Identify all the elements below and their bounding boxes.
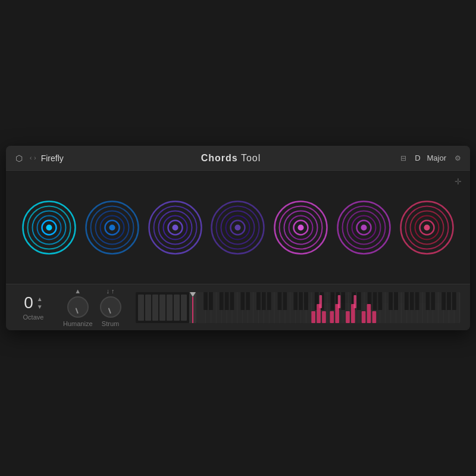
svg-rect-111 <box>341 292 345 310</box>
svg-rect-121 <box>415 292 419 310</box>
octave-label: Octave <box>23 314 44 321</box>
main-area: ✛ <box>6 171 470 284</box>
svg-point-23 <box>235 224 241 230</box>
svg-rect-127 <box>311 311 315 323</box>
humanize-up-arrow: ▲ <box>74 287 81 295</box>
humanize-label: Humanize <box>63 320 93 327</box>
circles-container <box>18 177 458 278</box>
mini-block-6 <box>174 295 180 321</box>
nav-arrows: ‹ › <box>30 155 36 161</box>
humanize-knob[interactable] <box>67 296 89 318</box>
svg-rect-122 <box>425 292 430 310</box>
roll-dark-section <box>136 292 189 323</box>
svg-rect-113 <box>357 292 361 310</box>
svg-rect-104 <box>293 292 298 310</box>
svg-rect-93 <box>209 292 213 310</box>
svg-rect-136 <box>372 311 376 323</box>
svg-rect-137 <box>319 295 321 308</box>
playhead <box>189 292 196 323</box>
svg-rect-124 <box>441 292 446 310</box>
layout-icon[interactable]: ⊟ <box>398 153 409 164</box>
svg-rect-42 <box>196 292 461 323</box>
svg-rect-118 <box>394 292 398 310</box>
piano-keys-section <box>196 292 461 323</box>
plugin-window: ⬡ ‹ › Firefly Chords Tool ⊟ D Major ⚙ <box>6 146 470 330</box>
svg-rect-92 <box>203 292 208 310</box>
header-left: ⬡ ‹ › Firefly <box>13 152 64 164</box>
header-center: Chords Tool <box>64 153 398 164</box>
svg-rect-119 <box>405 292 409 310</box>
svg-point-5 <box>46 224 52 230</box>
svg-rect-134 <box>361 311 365 323</box>
strum-knob[interactable] <box>100 296 121 318</box>
app-title-bold: Chords <box>201 153 238 163</box>
svg-rect-120 <box>409 292 414 310</box>
svg-rect-132 <box>346 311 350 323</box>
mini-block-7 <box>181 295 187 321</box>
svg-rect-97 <box>240 292 245 310</box>
chord-pad-6[interactable] <box>336 186 392 269</box>
svg-rect-135 <box>367 304 371 323</box>
svg-rect-96 <box>230 292 234 310</box>
svg-rect-103 <box>283 292 287 310</box>
svg-rect-102 <box>277 292 281 310</box>
svg-rect-100 <box>262 292 266 310</box>
octave-section: 0 ▲ ▼ Octave <box>15 295 51 321</box>
svg-rect-94 <box>219 292 223 310</box>
preset-name: Firefly <box>41 154 64 163</box>
app-title: Chords Tool <box>201 153 261 164</box>
svg-rect-138 <box>337 295 340 308</box>
svg-rect-99 <box>256 292 261 310</box>
svg-rect-126 <box>452 292 456 310</box>
octave-value: 0 <box>24 295 33 311</box>
playhead-line <box>192 297 193 323</box>
svg-rect-125 <box>447 292 451 310</box>
mini-block-2 <box>145 295 151 321</box>
octave-up-button[interactable]: ▲ <box>37 296 43 302</box>
play-triangle <box>190 292 196 297</box>
svg-rect-105 <box>299 292 303 310</box>
svg-rect-115 <box>372 292 377 310</box>
humanize-section: ▲ Humanize <box>63 287 93 327</box>
svg-rect-95 <box>224 292 228 310</box>
strum-section: ↓ ↑ Strum <box>100 287 121 327</box>
svg-rect-117 <box>389 292 393 310</box>
mini-block-1 <box>138 295 144 321</box>
mini-block-4 <box>159 295 165 321</box>
key-display: D Major <box>415 154 446 162</box>
svg-rect-106 <box>304 292 308 310</box>
move-icon[interactable]: ✛ <box>455 177 462 186</box>
svg-rect-139 <box>353 295 356 308</box>
key-value: D <box>415 154 420 162</box>
nav-forward-button[interactable]: › <box>34 155 36 161</box>
chord-pad-3[interactable] <box>147 186 203 269</box>
svg-rect-130 <box>330 311 334 323</box>
svg-point-11 <box>109 224 115 230</box>
svg-rect-129 <box>322 311 326 323</box>
svg-point-41 <box>424 224 430 230</box>
chord-pad-4[interactable] <box>209 186 266 269</box>
nav-back-button[interactable]: ‹ <box>30 155 32 161</box>
app-title-light: Tool <box>238 153 261 163</box>
chord-pad-5[interactable] <box>273 186 329 269</box>
settings-button[interactable]: ⚙ <box>452 153 463 164</box>
chord-pad-7[interactable] <box>399 186 455 269</box>
piano-keys-svg <box>196 292 461 323</box>
octave-down-button[interactable]: ▼ <box>37 303 43 310</box>
header-right: ⊟ D Major ⚙ <box>398 153 463 164</box>
svg-rect-98 <box>246 292 250 310</box>
scale-value: Major <box>427 154 446 162</box>
chord-pad-1[interactable] <box>21 186 77 269</box>
svg-rect-123 <box>431 292 435 310</box>
svg-rect-101 <box>267 292 271 310</box>
piano-roll[interactable] <box>136 290 461 325</box>
svg-point-29 <box>298 224 304 230</box>
mini-block-3 <box>152 295 158 321</box>
mini-block-5 <box>167 295 173 321</box>
bottom-bar: 0 ▲ ▼ Octave ▲ Humanize ↓ ↑ Strum <box>6 284 470 330</box>
header-bar: ⬡ ‹ › Firefly Chords Tool ⊟ D Major ⚙ <box>6 146 470 171</box>
strum-arrows: ↓ ↑ <box>107 287 115 295</box>
svg-point-35 <box>361 224 367 230</box>
chord-pad-2[interactable] <box>84 186 140 269</box>
svg-point-17 <box>172 224 178 230</box>
